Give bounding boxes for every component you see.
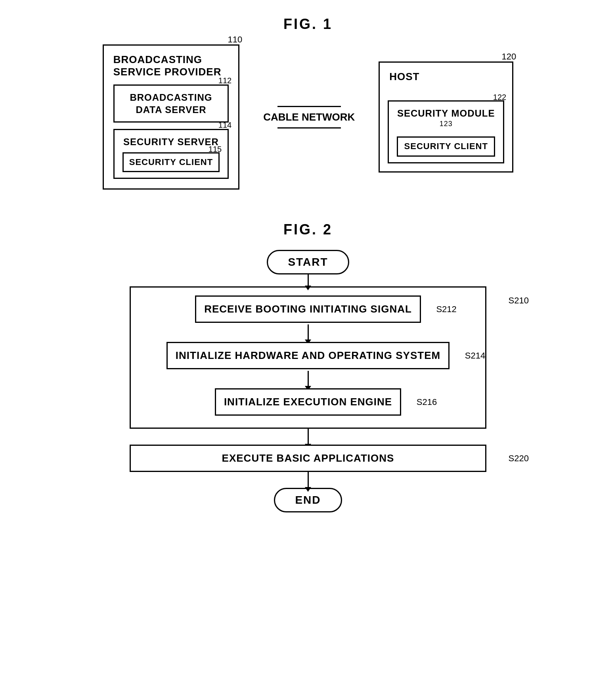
security-client-box-host: SECURITY CLIENT — [397, 136, 495, 157]
step1-container: RECEIVE BOOTING INITIATING SIGNAL S212 — [143, 295, 473, 323]
bsp-outer-box: 110 BROADCASTINGSERVICE PROVIDER 112 BRO… — [103, 44, 239, 190]
step3-container: INITIALIZE EXECUTION ENGINE S216 — [143, 388, 473, 416]
security-client-box-bsp: 115 SECURITY CLIENT — [122, 152, 220, 173]
security-module-box: 122 SECURITY MODULE 123 SECURITY CLIENT — [388, 100, 504, 163]
security-client-label-host: SECURITY CLIENT — [404, 141, 488, 152]
security-client-ref-bsp: 115 — [209, 145, 222, 154]
fig1-diagram: 110 BROADCASTINGSERVICE PROVIDER 112 BRO… — [24, 44, 592, 190]
step2: INITIALIZE HARDWARE AND OPERATING SYSTEM… — [166, 342, 450, 369]
host-ref: 120 — [502, 52, 517, 62]
host-outer-box: 120 HOST 122 SECURITY MODULE 123 SECURIT… — [379, 61, 513, 173]
cable-line-top — [277, 106, 341, 107]
cable-line-bottom — [277, 127, 341, 129]
arrow-s214-s216 — [308, 371, 309, 387]
security-module-label: SECURITY MODULE 123 — [397, 107, 495, 132]
data-server-label: BROADCASTINGDATA SERVER — [122, 91, 220, 116]
security-server-ref: 114 — [218, 121, 231, 130]
step2-container: INITIALIZE HARDWARE AND OPERATING SYSTEM… — [143, 342, 473, 369]
fig2-diagram: START S210 RECEIVE BOOTING INITIATING SI… — [24, 250, 592, 512]
arrow-start-to-outer — [308, 274, 309, 286]
step1-label: RECEIVE BOOTING INITIATING SIGNAL — [204, 303, 412, 315]
fig1-title: FIG. 1 — [283, 16, 333, 33]
process-outer-box: S210 RECEIVE BOOTING INITIATING SIGNAL S… — [130, 286, 486, 429]
standalone-box: EXECUTE BASIC APPLICATIONS S220 — [130, 445, 486, 472]
data-server-ref: 112 — [218, 76, 231, 85]
bsp-label: BROADCASTINGSERVICE PROVIDER — [113, 54, 229, 78]
standalone-label: EXECUTE BASIC APPLICATIONS — [222, 452, 394, 464]
standalone-ref: S220 — [509, 453, 529, 464]
outer-box-ref: S210 — [509, 295, 529, 306]
flowchart: START S210 RECEIVE BOOTING INITIATING SI… — [130, 250, 486, 512]
arrow-s212-s214 — [308, 324, 309, 340]
start-box: START — [267, 250, 349, 274]
step3-label: INITIALIZE EXECUTION ENGINE — [224, 396, 392, 408]
step2-label: INITIALIZE HARDWARE AND OPERATING SYSTEM — [176, 349, 440, 361]
cable-network-label: CABLE NETWORK — [263, 109, 355, 125]
data-server-box: 112 BROADCASTINGDATA SERVER — [113, 84, 229, 123]
step3-ref: S216 — [417, 397, 437, 407]
security-server-label: SECURITY SERVER — [122, 136, 220, 148]
step2-ref: S214 — [465, 351, 485, 361]
cable-network: CABLE NETWORK — [263, 104, 355, 131]
step3: INITIALIZE EXECUTION ENGINE S216 — [215, 388, 401, 416]
security-module-ref: 122 — [493, 93, 506, 102]
step2-box: INITIALIZE HARDWARE AND OPERATING SYSTEM — [166, 342, 450, 369]
step1: RECEIVE BOOTING INITIATING SIGNAL S212 — [195, 295, 421, 323]
arrow-standalone-to-end — [308, 472, 309, 488]
host-label: HOST — [389, 71, 503, 83]
security-server-box: 114 SECURITY SERVER 115 SECURITY CLIENT — [113, 129, 229, 179]
bsp-ref: 110 — [228, 35, 242, 45]
security-module-ref-inline: 123 — [440, 120, 453, 128]
fig2-title: FIG. 2 — [283, 221, 333, 238]
step1-box: RECEIVE BOOTING INITIATING SIGNAL — [195, 295, 421, 323]
arrow-outer-to-standalone — [308, 429, 309, 445]
security-client-label-bsp: SECURITY CLIENT — [129, 157, 213, 168]
step1-ref: S212 — [436, 304, 456, 315]
step3-box: INITIALIZE EXECUTION ENGINE — [215, 388, 401, 416]
